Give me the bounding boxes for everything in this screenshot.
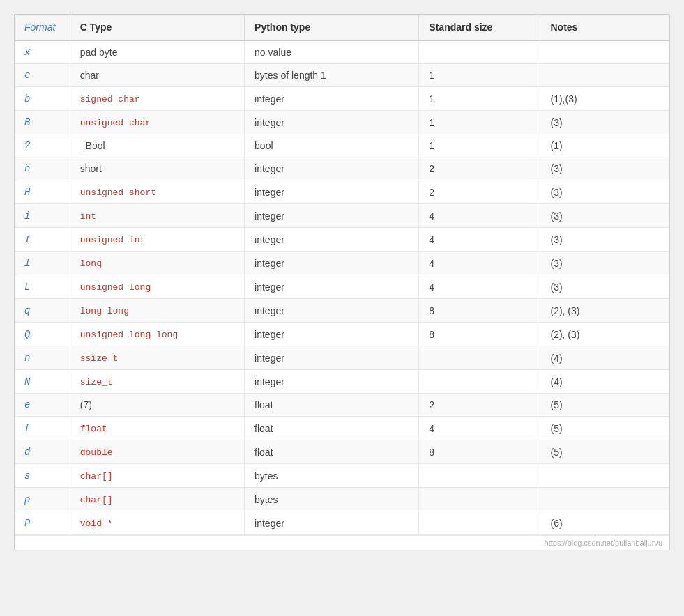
cell-python: integer (245, 87, 419, 111)
cell-notes: (4) (540, 346, 669, 370)
cell-size: 4 (419, 417, 540, 440)
header-format: Format (15, 15, 70, 40)
cell-ctype: unsigned short (70, 180, 244, 204)
cell-python: integer (245, 370, 419, 394)
cell-notes: (5) (540, 440, 669, 464)
cell-format: p (15, 488, 70, 511)
watermark: https://blog.csdn.net/pulianbaijun/u (15, 535, 669, 550)
cell-python: bytes (245, 488, 419, 511)
cell-size: 8 (419, 440, 540, 464)
cell-ctype: size_t (70, 370, 244, 394)
cell-python: bytes (245, 464, 419, 488)
cell-format: i (15, 204, 70, 228)
cell-size (419, 40, 540, 64)
header-notes: Notes (540, 15, 669, 40)
cell-python: bytes of length 1 (245, 64, 419, 87)
cell-python: integer (245, 299, 419, 323)
cell-format: I (15, 228, 70, 252)
cell-format: b (15, 87, 70, 111)
table-row: Hunsigned shortinteger2(3) (15, 180, 669, 204)
cell-format: P (15, 511, 70, 535)
cell-notes: (1),(3) (540, 87, 669, 111)
cell-notes: (3) (540, 111, 669, 134)
cell-notes: (2), (3) (540, 323, 669, 346)
cell-notes: (1) (540, 134, 669, 157)
table-row: Bunsigned charinteger1(3) (15, 111, 669, 134)
cell-python: integer (245, 180, 419, 204)
table-row: Qunsigned long longinteger8(2), (3) (15, 323, 669, 346)
cell-notes: (3) (540, 252, 669, 275)
cell-notes (540, 64, 669, 87)
cell-size: 8 (419, 323, 540, 346)
cell-python: integer (245, 275, 419, 299)
cell-notes (540, 40, 669, 64)
cell-size: 2 (419, 394, 540, 417)
cell-python: integer (245, 111, 419, 134)
table-row: hshortinteger2(3) (15, 157, 669, 180)
cell-format: N (15, 370, 70, 394)
cell-size: 8 (419, 299, 540, 323)
cell-size: 1 (419, 134, 540, 157)
cell-notes: (4) (540, 370, 669, 394)
cell-size (419, 511, 540, 535)
cell-python: integer (245, 157, 419, 180)
table-row: ?_Boolbool1(1) (15, 134, 669, 157)
cell-ctype: unsigned long (70, 275, 244, 299)
data-table: Format C Type Python type Standard size … (15, 15, 669, 535)
cell-python: integer (245, 204, 419, 228)
cell-notes: (3) (540, 228, 669, 252)
cell-ctype: signed char (70, 87, 244, 111)
cell-ctype: short (70, 157, 244, 180)
cell-python: integer (245, 252, 419, 275)
table-row: llonginteger4(3) (15, 252, 669, 275)
header-ctype: C Type (70, 15, 244, 40)
cell-format: L (15, 275, 70, 299)
cell-notes: (5) (540, 417, 669, 440)
cell-size (419, 488, 540, 511)
cell-ctype: _Bool (70, 134, 244, 157)
cell-ctype: char[] (70, 464, 244, 488)
cell-size: 1 (419, 64, 540, 87)
cell-format: h (15, 157, 70, 180)
header-python: Python type (245, 15, 419, 40)
cell-ctype: double (70, 440, 244, 464)
cell-notes: (6) (540, 511, 669, 535)
cell-ctype: pad byte (70, 40, 244, 64)
header-size: Standard size (419, 15, 540, 40)
cell-format: H (15, 180, 70, 204)
cell-format: n (15, 346, 70, 370)
cell-ctype: long (70, 252, 244, 275)
cell-ctype: unsigned int (70, 228, 244, 252)
cell-notes: (2), (3) (540, 299, 669, 323)
table-row: xpad byteno value (15, 40, 669, 64)
cell-ctype: unsigned long long (70, 323, 244, 346)
cell-python: float (245, 394, 419, 417)
cell-ctype: int (70, 204, 244, 228)
cell-notes: (3) (540, 157, 669, 180)
main-table-wrapper: Format C Type Python type Standard size … (14, 14, 670, 550)
table-row: Lunsigned longinteger4(3) (15, 275, 669, 299)
table-row: pchar[]bytes (15, 488, 669, 511)
cell-ctype: float (70, 417, 244, 440)
table-row: Pvoid *integer(6) (15, 511, 669, 535)
cell-format: c (15, 64, 70, 87)
cell-python: bool (245, 134, 419, 157)
cell-notes (540, 488, 669, 511)
table-header-row: Format C Type Python type Standard size … (15, 15, 669, 40)
cell-ctype: char (70, 64, 244, 87)
cell-ctype: long long (70, 299, 244, 323)
cell-format: B (15, 111, 70, 134)
cell-python: integer (245, 346, 419, 370)
table-row: ffloatfloat4(5) (15, 417, 669, 440)
cell-format: l (15, 252, 70, 275)
table-row: qlong longinteger8(2), (3) (15, 299, 669, 323)
cell-python: integer (245, 323, 419, 346)
cell-notes (540, 464, 669, 488)
table-row: ccharbytes of length 11 (15, 64, 669, 87)
cell-ctype: unsigned char (70, 111, 244, 134)
cell-format: Q (15, 323, 70, 346)
cell-size: 1 (419, 111, 540, 134)
cell-notes: (3) (540, 275, 669, 299)
cell-format: q (15, 299, 70, 323)
cell-size: 4 (419, 252, 540, 275)
